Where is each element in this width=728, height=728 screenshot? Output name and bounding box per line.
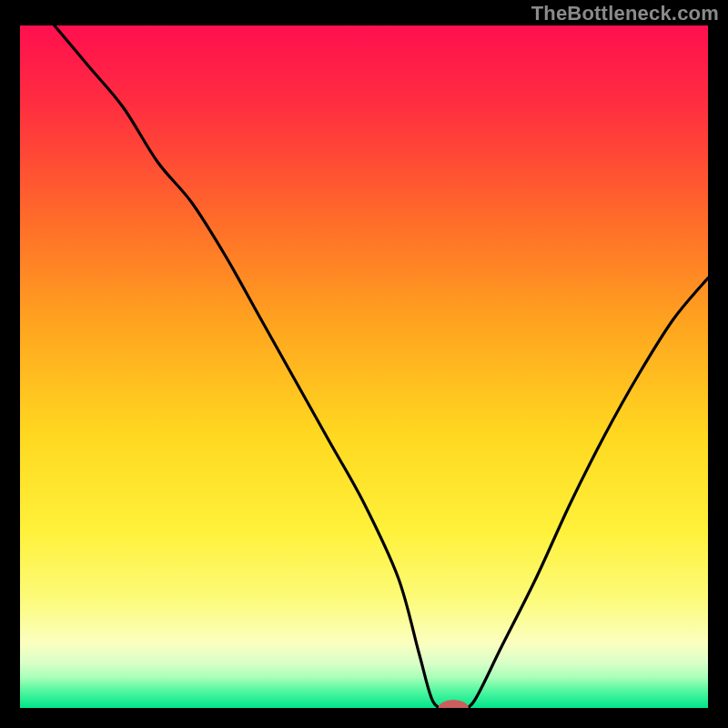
gradient-background (20, 25, 708, 708)
watermark-text: TheBottleneck.com (531, 2, 719, 25)
bottleneck-line-chart (20, 25, 708, 708)
chart-plot-area (20, 25, 708, 708)
chart-frame: TheBottleneck.com (0, 0, 728, 728)
